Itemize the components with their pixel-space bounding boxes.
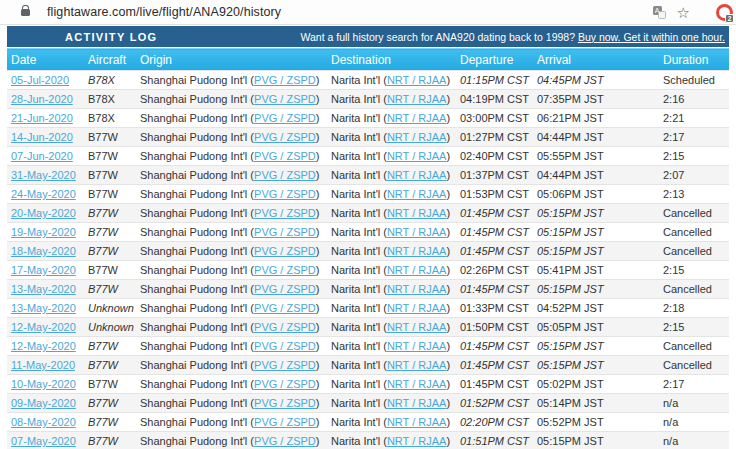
date-link[interactable]: 28-Jun-2020 [11,93,73,105]
table-row: 11-May-2020B77WShanghai Pudong Int'l (PV… [7,356,729,375]
buy-now-link[interactable]: Buy now. Get it within one hour. [578,31,725,43]
destination-airport-link[interactable]: NRT / RJAA [387,131,447,143]
lock-icon[interactable] [21,9,30,16]
destination-airport-link[interactable]: NRT / RJAA [387,226,447,238]
destination-name: Narita Int'l [331,74,380,86]
bookmark-star-icon[interactable]: ☆ [677,0,690,25]
destination-airport-link[interactable]: NRT / RJAA [387,416,447,428]
date-link[interactable]: 05-Jul-2020 [11,74,69,86]
date-link[interactable]: 11-May-2020 [11,359,75,371]
origin-name: Shanghai Pudong Int'l [140,283,247,295]
origin-airport-link[interactable]: PVG / ZSPD [254,435,316,447]
arrival-time: 04:45PM JST [537,74,604,86]
origin-airport-link[interactable]: PVG / ZSPD [254,302,316,314]
origin-airport-link[interactable]: PVG / ZSPD [254,188,316,200]
destination-airport-link[interactable]: NRT / RJAA [387,112,447,124]
translate-icon[interactable]: A [653,6,666,19]
origin-airport-link[interactable]: PVG / ZSPD [254,283,316,295]
arrival-time: 05:15PM JST [537,207,604,219]
date-link[interactable]: 09-May-2020 [11,397,76,409]
table-row: 20-May-2020B77WShanghai Pudong Int'l (PV… [7,204,729,223]
aircraft-type: B77W [88,245,118,257]
destination-airport-link[interactable]: NRT / RJAA [387,93,447,105]
origin-airport-link[interactable]: PVG / ZSPD [254,93,316,105]
destination-airport-link[interactable]: NRT / RJAA [387,359,447,371]
departure-time: 01:37PM CST [460,169,529,181]
destination-airport-link[interactable]: NRT / RJAA [387,340,447,352]
departure-time: 01:33PM CST [460,302,529,314]
origin-airport-link[interactable]: PVG / ZSPD [254,207,316,219]
aircraft-type: B77W [88,150,118,162]
origin-airport-link[interactable]: PVG / ZSPD [254,397,316,409]
table-row: 05-Jul-2020B78XShanghai Pudong Int'l (PV… [7,71,729,90]
destination-airport-link[interactable]: NRT / RJAA [387,207,447,219]
destination-airport-link[interactable]: NRT / RJAA [387,264,447,276]
origin-airport-link[interactable]: PVG / ZSPD [254,264,316,276]
origin-name: Shanghai Pudong Int'l [140,131,247,143]
date-link[interactable]: 14-Jun-2020 [11,131,73,143]
destination-airport-link[interactable]: NRT / RJAA [387,283,447,295]
destination-name: Narita Int'l [331,207,380,219]
destination-name: Narita Int'l [331,150,380,162]
departure-time: 01:52PM CST [460,397,529,409]
departure-time: 01:45PM CST [460,340,529,352]
date-link[interactable]: 13-May-2020 [11,283,76,295]
destination-airport-link[interactable]: NRT / RJAA [387,74,447,86]
duration-value: 2:18 [663,302,684,314]
date-link[interactable]: 07-May-2020 [11,435,76,447]
destination-airport-link[interactable]: NRT / RJAA [387,169,447,181]
origin-airport-link[interactable]: PVG / ZSPD [254,150,316,162]
destination-airport-link[interactable]: NRT / RJAA [387,150,447,162]
origin-airport-link[interactable]: PVG / ZSPD [254,378,316,390]
date-link[interactable]: 20-May-2020 [11,207,76,219]
origin-airport-link[interactable]: PVG / ZSPD [254,245,316,257]
destination-airport-link[interactable]: NRT / RJAA [387,378,447,390]
date-link[interactable]: 12-May-2020 [11,321,76,333]
table-row: 14-Jun-2020B77WShanghai Pudong Int'l (PV… [7,128,729,147]
origin-name: Shanghai Pudong Int'l [140,416,247,428]
date-link[interactable]: 31-May-2020 [11,169,76,181]
arrival-time: 05:41PM JST [537,264,604,276]
destination-airport-link[interactable]: NRT / RJAA [387,435,447,447]
departure-time: 01:51PM CST [460,435,529,447]
aircraft-type: B77W [88,416,118,428]
date-link[interactable]: 19-May-2020 [11,226,76,238]
date-link[interactable]: 08-May-2020 [11,416,76,428]
table-row: 12-May-2020B77WShanghai Pudong Int'l (PV… [7,337,729,356]
date-link[interactable]: 13-May-2020 [11,302,76,314]
destination-name: Narita Int'l [331,397,380,409]
duration-value: 2:15 [663,150,684,162]
date-link[interactable]: 17-May-2020 [11,264,76,276]
url-text[interactable]: flightaware.com/live/flight/ANA920/histo… [47,5,281,19]
date-link[interactable]: 21-Jun-2020 [11,112,73,124]
arrival-time: 05:15PM JST [537,245,604,257]
departure-time: 01:45PM CST [460,226,529,238]
arrival-time: 05:05PM JST [537,321,604,333]
arrival-time: 04:52PM JST [537,302,604,314]
origin-airport-link[interactable]: PVG / ZSPD [254,131,316,143]
date-link[interactable]: 24-May-2020 [11,188,76,200]
date-link[interactable]: 07-Jun-2020 [11,150,73,162]
origin-airport-link[interactable]: PVG / ZSPD [254,416,316,428]
destination-airport-link[interactable]: NRT / RJAA [387,397,447,409]
origin-airport-link[interactable]: PVG / ZSPD [254,226,316,238]
destination-airport-link[interactable]: NRT / RJAA [387,245,447,257]
origin-airport-link[interactable]: PVG / ZSPD [254,112,316,124]
origin-airport-link[interactable]: PVG / ZSPD [254,359,316,371]
origin-airport-link[interactable]: PVG / ZSPD [254,74,316,86]
date-link[interactable]: 18-May-2020 [11,245,76,257]
destination-airport-link[interactable]: NRT / RJAA [387,188,447,200]
destination-airport-link[interactable]: NRT / RJAA [387,302,447,314]
date-link[interactable]: 12-May-2020 [11,340,76,352]
duration-value: Cancelled [663,340,712,352]
aircraft-type: B77W [88,188,118,200]
date-link[interactable]: 10-May-2020 [11,378,76,390]
duration-value: Cancelled [663,245,712,257]
destination-name: Narita Int'l [331,245,380,257]
aircraft-type: B77W [88,226,118,238]
destination-airport-link[interactable]: NRT / RJAA [387,321,447,333]
origin-airport-link[interactable]: PVG / ZSPD [254,169,316,181]
profile-avatar-icon[interactable]: 2 [716,4,733,21]
origin-airport-link[interactable]: PVG / ZSPD [254,340,316,352]
origin-airport-link[interactable]: PVG / ZSPD [254,321,316,333]
